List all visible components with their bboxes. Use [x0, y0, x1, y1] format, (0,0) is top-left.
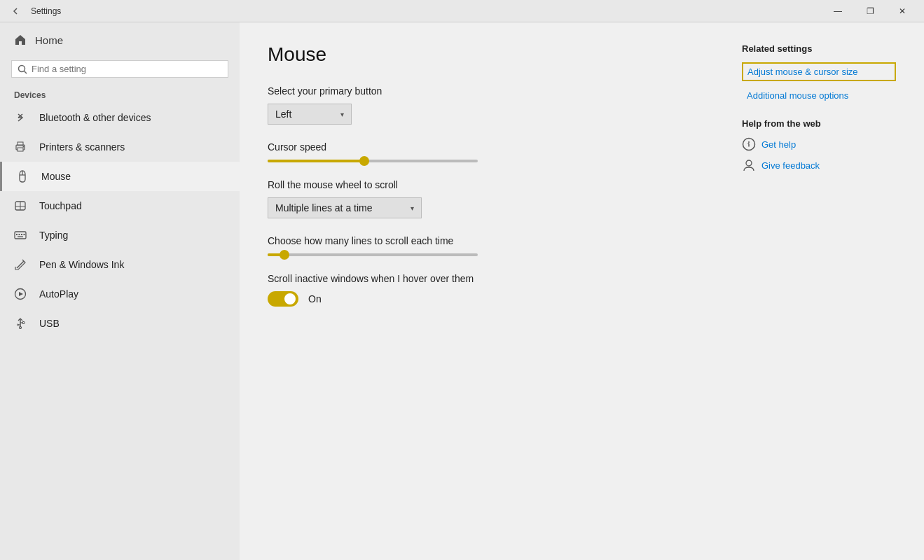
sidebar-item-touchpad[interactable]: Touchpad [0, 191, 240, 220]
help-from-web-title: Help from the web [742, 118, 896, 129]
scroll-wheel-value: Multiple lines at a time [275, 202, 373, 214]
bluetooth-icon [14, 111, 29, 124]
scroll-inactive-section: Scroll inactive windows when I hover ove… [268, 273, 714, 307]
scroll-wheel-dropdown[interactable]: Multiple lines at a time ▾ [268, 197, 422, 218]
sidebar-item-bluetooth[interactable]: Bluetooth & other devices [0, 103, 240, 132]
scroll-inactive-label: Scroll inactive windows when I hover ove… [268, 273, 714, 284]
sidebar-item-typing[interactable]: Typing [0, 220, 240, 250]
sidebar-item-usb[interactable]: USB [0, 309, 240, 338]
sidebar-touchpad-label: Touchpad [39, 200, 82, 211]
primary-button-value: Left [275, 108, 291, 120]
svg-point-25 [20, 327, 22, 329]
touchpad-icon [14, 200, 29, 212]
svg-point-0 [19, 65, 25, 71]
search-box [11, 60, 228, 78]
window-controls: — ❐ ✕ [822, 0, 918, 22]
scroll-lines-slider[interactable] [268, 253, 478, 256]
primary-button-arrow-icon: ▾ [340, 111, 344, 118]
svg-rect-15 [24, 234, 25, 235]
minimize-button[interactable]: — [822, 0, 854, 22]
sidebar-pen-label: Pen & Windows Ink [39, 259, 124, 270]
maximize-button[interactable]: ❐ [854, 0, 886, 22]
scroll-wheel-arrow-icon: ▾ [411, 204, 414, 212]
sidebar-section-label: Devices [0, 86, 240, 103]
svg-rect-3 [18, 148, 23, 151]
sidebar-item-autoplay[interactable]: AutoPlay [0, 279, 240, 309]
home-label: Home [35, 34, 63, 46]
svg-point-24 [18, 324, 19, 326]
svg-rect-22 [22, 322, 25, 324]
close-button[interactable]: ✕ [886, 0, 918, 22]
primary-button-section: Select your primary button Left ▾ [268, 85, 714, 125]
sidebar-usb-label: USB [39, 318, 60, 329]
sidebar-autoplay-label: AutoPlay [39, 288, 78, 300]
svg-rect-13 [19, 234, 20, 235]
scroll-lines-label: Choose how many lines to scroll each tim… [268, 235, 714, 246]
get-help-link[interactable]: Get help [742, 137, 896, 151]
scroll-inactive-toggle[interactable] [268, 291, 298, 307]
get-help-icon [742, 137, 756, 151]
title-bar: Settings — ❐ ✕ [0, 0, 924, 22]
back-button[interactable] [6, 1, 25, 21]
scroll-wheel-section: Roll the mouse wheel to scroll Multiple … [268, 179, 714, 218]
svg-point-5 [23, 146, 25, 148]
scroll-lines-thumb[interactable] [280, 250, 289, 260]
primary-button-label: Select your primary button [268, 85, 714, 97]
sidebar-item-pen[interactable]: Pen & Windows Ink [0, 250, 240, 279]
typing-icon [14, 229, 29, 241]
cursor-speed-thumb[interactable] [359, 156, 369, 166]
autoplay-icon [14, 288, 29, 300]
scroll-inactive-toggle-row: On [268, 291, 714, 307]
svg-rect-14 [21, 234, 22, 235]
search-input[interactable] [32, 64, 222, 74]
svg-line-1 [25, 71, 27, 74]
give-feedback-link[interactable]: Give feedback [742, 158, 896, 172]
home-icon [14, 34, 27, 46]
page-title: Mouse [268, 43, 714, 66]
content-area: Mouse Select your primary button Left ▾ … [240, 22, 924, 560]
scroll-inactive-value: On [308, 293, 322, 304]
cursor-speed-slider[interactable] [268, 160, 478, 162]
related-settings-title: Related settings [742, 43, 896, 54]
search-icon [18, 64, 27, 74]
cursor-speed-section: Cursor speed [268, 141, 714, 162]
pen-icon [14, 258, 29, 271]
scroll-wheel-label: Roll the mouse wheel to scroll [268, 179, 714, 190]
sidebar-item-printers[interactable]: Printers & scanners [0, 132, 240, 162]
svg-rect-16 [18, 237, 23, 238]
toggle-thumb [284, 293, 296, 304]
give-feedback-label: Give feedback [761, 160, 820, 171]
sidebar-mouse-label: Mouse [41, 171, 71, 182]
content-main: Mouse Select your primary button Left ▾ … [268, 43, 714, 539]
sidebar-bluetooth-label: Bluetooth & other devices [39, 112, 151, 123]
sidebar-printers-label: Printers & scanners [39, 141, 125, 153]
scroll-lines-section: Choose how many lines to scroll each tim… [268, 235, 714, 256]
cursor-speed-label: Cursor speed [268, 141, 714, 153]
home-nav-item[interactable]: Home [0, 22, 240, 57]
sidebar: Home Devices Bluetooth & other devic [0, 22, 240, 560]
svg-marker-19 [19, 292, 23, 296]
svg-point-27 [748, 141, 750, 143]
sidebar-item-mouse[interactable]: Mouse [0, 162, 240, 191]
get-help-label: Get help [761, 139, 796, 150]
app-title: Settings [31, 6, 61, 16]
printers-icon [14, 141, 29, 153]
app-body: Home Devices Bluetooth & other devic [0, 22, 924, 560]
adjust-cursor-link[interactable]: Adjust mouse & cursor size [742, 62, 896, 81]
primary-button-dropdown[interactable]: Left ▾ [268, 104, 352, 125]
additional-mouse-link[interactable]: Additional mouse options [742, 87, 896, 104]
sidebar-typing-label: Typing [39, 230, 68, 241]
mouse-icon [16, 170, 32, 183]
give-feedback-icon [742, 158, 756, 172]
usb-icon [14, 317, 29, 330]
toggle-track [268, 291, 298, 307]
svg-rect-12 [16, 234, 18, 235]
svg-point-28 [746, 160, 752, 166]
title-bar-left: Settings [6, 1, 61, 21]
cursor-speed-fill [268, 160, 364, 162]
content-right: Related settings Adjust mouse & cursor s… [742, 43, 896, 539]
